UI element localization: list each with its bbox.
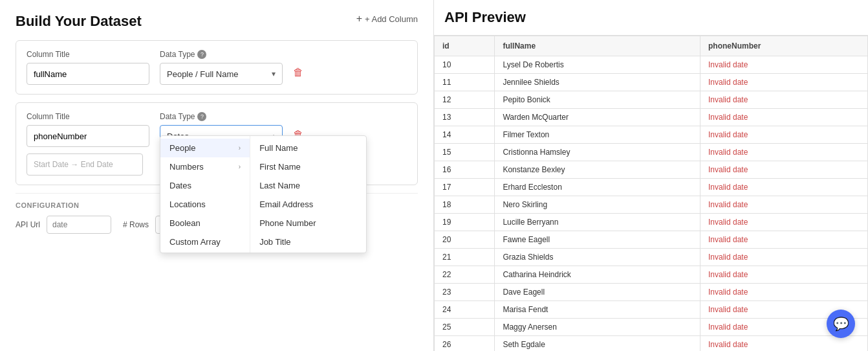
sub-item-first-name[interactable]: First Name [250,157,366,176]
dropdown-left-panel: People › Numbers › Dates Locat [160,136,250,253]
column-block-1: Column Title Data Type ? People / Full N… [16,40,418,95]
cell-phonenumber: Invalid date [700,231,867,249]
cell-phonenumber: Invalid date [700,196,867,214]
api-url-input[interactable] [47,216,111,234]
api-preview-panel: API Preview id fullName phoneNumber 10Ly… [433,0,868,351]
rows-label: # Rows [123,220,149,229]
cell-fullname: Jennilee Shields [495,74,700,91]
cell-fullname: Warden McQuarter [495,109,700,126]
cell-fullname: Catharina Heindrick [495,266,700,284]
table-row: 15Cristionna HamsleyInvalid date [435,144,868,161]
table-row: 19Lucille BerryannInvalid date [435,214,868,231]
cell-fullname: Cristionna Hamsley [495,144,700,161]
cell-id: 20 [435,231,495,249]
table-row: 18Nero SkirlingInvalid date [435,196,868,214]
cell-id: 24 [435,301,495,319]
cell-id: 23 [435,284,495,301]
cell-id: 10 [435,56,495,74]
help-icon-1[interactable]: ? [197,50,206,59]
table-row: 23Dave EagellInvalid date [435,284,868,301]
sub-item-full-name[interactable]: Full Name [250,139,366,157]
cell-phonenumber: Invalid date [700,109,867,126]
cell-id: 18 [435,196,495,214]
sub-item-phone-number[interactable]: Phone Number [250,214,366,232]
cell-fullname: Lysel De Robertis [495,56,700,74]
table-row: 17Erhard EcclestonInvalid date [435,179,868,196]
cell-phonenumber: Invalid date [700,336,867,352]
data-type-select-1[interactable]: People / Full Name ▾ [160,63,283,85]
dropdown-right-panel: Full Name First Name Last Name Email Add… [250,136,366,253]
column-title-input-1[interactable] [27,63,149,85]
sub-item-email-address[interactable]: Email Address [250,195,366,214]
delete-button-1[interactable]: 🗑 [293,67,303,78]
api-preview-title: API Preview [434,0,868,36]
table-row: 12Pepito BonickInvalid date [435,91,868,109]
cell-phonenumber: Invalid date [700,126,867,144]
table-row: 13Warden McQuarterInvalid date [435,109,868,126]
table-row: 24Marisa FendtInvalid date [435,301,868,319]
cell-id: 11 [435,74,495,91]
data-type-label-1: Data Type ? [160,50,283,59]
cell-id: 15 [435,144,495,161]
sub-item-last-name[interactable]: Last Name [250,176,366,195]
cell-id: 26 [435,336,495,352]
cell-fullname: Maggy Anersen [495,319,700,336]
chat-button[interactable]: 💬 [827,310,855,338]
column-title-label-2: Column Title [27,112,149,121]
column-title-input-2[interactable] [27,125,149,147]
cell-phonenumber: Invalid date [700,284,867,301]
cell-fullname: Lucille Berryann [495,214,700,231]
dropdown-item-dates[interactable]: Dates [160,176,250,195]
cell-phonenumber: Invalid date [700,266,867,284]
cell-phonenumber: Invalid date [700,144,867,161]
cell-phonenumber: Invalid date [700,161,867,179]
cell-id: 13 [435,109,495,126]
cell-id: 12 [435,91,495,109]
table-row: 10Lysel De RobertisInvalid date [435,56,868,74]
chevron-right-icon-people: › [239,144,241,152]
dropdown-item-numbers[interactable]: Numbers › [160,157,250,176]
cell-fullname: Erhard Eccleston [495,179,700,196]
table-row: 11Jennilee ShieldsInvalid date [435,74,868,91]
cell-fullname: Seth Egdale [495,336,700,352]
dropdown-item-locations[interactable]: Locations [160,195,250,214]
column-title-label-1: Column Title [27,50,149,59]
dropdown-item-boolean[interactable]: Boolean [160,214,250,232]
cell-id: 17 [435,179,495,196]
cell-phonenumber: Invalid date [700,179,867,196]
date-range-input[interactable]: Start Date → End Date [27,153,143,176]
data-type-label-2: Data Type ? [160,112,283,121]
cell-id: 21 [435,249,495,266]
col-header-id: id [435,36,495,56]
dropdown-item-custom-array[interactable]: Custom Array [160,232,250,251]
col-header-phonenumber: phoneNumber [700,36,867,56]
api-url-label: API Url [16,220,40,229]
cell-fullname: Marisa Fendt [495,301,700,319]
chevron-right-icon-numbers: › [239,163,241,170]
table-row: 21Grazia ShieldsInvalid date [435,249,868,266]
cell-fullname: Nero Skirling [495,196,700,214]
api-table-scroll[interactable]: id fullName phoneNumber 10Lysel De Rober… [434,36,868,351]
dropdown-item-people[interactable]: People › [160,139,250,157]
cell-phonenumber: Invalid date [700,249,867,266]
cell-id: 25 [435,319,495,336]
table-row: 26Seth EgdaleInvalid date [435,336,868,352]
cell-id: 22 [435,266,495,284]
cell-fullname: Konstanze Bexley [495,161,700,179]
cell-phonenumber: Invalid date [700,91,867,109]
cell-id: 14 [435,126,495,144]
add-column-button[interactable]: + + Add Column [356,13,418,25]
sub-item-job-title[interactable]: Job Title [250,232,366,251]
dropdown-menu: People › Numbers › Dates Locat [160,135,367,253]
table-row: 14Filmer TextonInvalid date [435,126,868,144]
cell-phonenumber: Invalid date [700,214,867,231]
cell-id: 16 [435,161,495,179]
cell-fullname: Dave Eagell [495,284,700,301]
cell-fullname: Pepito Bonick [495,91,700,109]
cell-fullname: Filmer Texton [495,126,700,144]
help-icon-2[interactable]: ? [197,112,206,121]
table-row: 25Maggy AnersenInvalid date [435,319,868,336]
plus-icon: + [356,13,362,25]
table-row: 20Fawne EagellInvalid date [435,231,868,249]
cell-fullname: Fawne Eagell [495,231,700,249]
